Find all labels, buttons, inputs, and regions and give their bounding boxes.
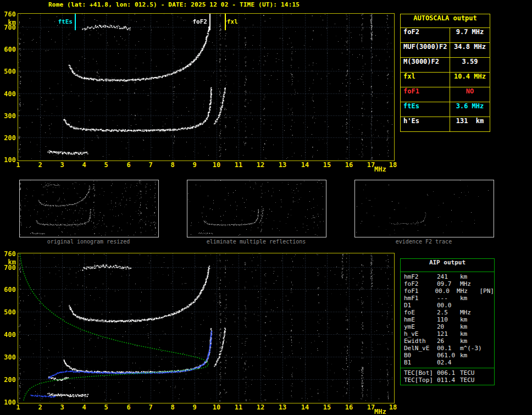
autoscala-row: MUF(3000)F2 34.8 MHz bbox=[401, 43, 490, 58]
aip-row-unit: km bbox=[460, 323, 484, 330]
aip-row-label: D1 bbox=[404, 302, 437, 309]
autoscala-row-label: ftEs bbox=[401, 102, 450, 117]
aip-row: hmF2 241 km bbox=[401, 273, 494, 280]
caption-original-ionogram: original ionogram resized bbox=[19, 239, 158, 245]
y-axis-tick: 400 bbox=[1, 90, 16, 98]
x-axis-tick: 11 bbox=[233, 161, 244, 169]
aip-tec-rows: TEC[Bot] 006.1 TECU TEC[Top] 011.4 TECU bbox=[401, 368, 494, 385]
aip-row: foF1 00.0 MHz [PN] bbox=[401, 287, 494, 295]
aip-row-unit: km bbox=[460, 330, 484, 337]
x-axis-tick: 3 bbox=[57, 403, 68, 411]
x-axis-unit: MHz bbox=[374, 165, 386, 173]
aip-row: Ewidth 26 km bbox=[401, 337, 494, 345]
x-axis-tick: 10 bbox=[211, 403, 222, 411]
aip-row: ymE 20 km bbox=[401, 323, 494, 330]
x-axis-tick: 9 bbox=[189, 161, 200, 169]
autoscala-row: ftEs 3.6 MHz bbox=[401, 102, 490, 117]
aip-row-unit: km bbox=[460, 273, 484, 280]
autoscala-row-value: 3.6 MHz bbox=[450, 102, 490, 117]
panel-original-canvas bbox=[20, 180, 157, 236]
aip-row-label: hmF1 bbox=[404, 295, 437, 302]
aip-row-value: 00.0 bbox=[437, 302, 460, 309]
x-axis-tick: 7 bbox=[145, 161, 156, 169]
aip-row-extra bbox=[484, 330, 494, 337]
x-axis-tick: 12 bbox=[255, 161, 266, 169]
x-axis-tick: 18 bbox=[387, 403, 398, 411]
aip-row: D1 00.0 bbox=[401, 302, 494, 309]
aip-row-extra bbox=[484, 377, 494, 384]
caption-evidence-f2: evidence F2 trace bbox=[354, 239, 493, 245]
aip-row-extra bbox=[484, 323, 494, 330]
panel-eliminate-reflections bbox=[187, 180, 326, 237]
top-ionogram-plot bbox=[18, 13, 395, 161]
aip-output-table: AIP output hmF2 241 km foF2 09.7 MHz foF… bbox=[400, 258, 495, 385]
autoscala-row-label: foF2 bbox=[401, 28, 450, 42]
autoscala-window: Rome (lat: +41.8, lon: 012.5) - DATE: 20… bbox=[0, 0, 532, 415]
aip-row-extra bbox=[484, 359, 494, 366]
autoscala-row: foF1 NO bbox=[401, 87, 490, 102]
aip-row: TEC[Bot] 006.1 TECU bbox=[401, 369, 494, 377]
aip-row-unit bbox=[460, 302, 484, 309]
aip-row-value: 011.4 bbox=[437, 377, 460, 384]
aip-row-value: 09.7 bbox=[437, 280, 460, 287]
panel-eliminate-canvas bbox=[187, 180, 325, 236]
aip-row: B1 02.4 bbox=[401, 359, 494, 366]
panel-evidence-canvas bbox=[355, 180, 492, 236]
autoscala-row: h'Es 131 km bbox=[401, 117, 490, 131]
y-axis-tick: 200 bbox=[1, 376, 16, 384]
y-axis-tick: 760 bbox=[1, 10, 16, 18]
aip-row-extra bbox=[484, 345, 494, 352]
autoscala-row-value: 131 km bbox=[450, 117, 490, 131]
aip-row: foF2 09.7 MHz bbox=[401, 280, 494, 287]
aip-row-label: B1 bbox=[404, 359, 437, 366]
autoscala-row: M(3000)F2 3.59 bbox=[401, 58, 490, 73]
aip-row: hmE 110 km bbox=[401, 316, 494, 323]
aip-row-unit: km bbox=[460, 352, 484, 359]
x-axis-tick: 5 bbox=[101, 161, 112, 169]
aip-row-unit: km bbox=[460, 295, 484, 302]
top-ionogram-canvas bbox=[18, 14, 393, 159]
autoscala-table-title: AUTOSCALA output bbox=[401, 14, 490, 28]
x-axis-tick: 16 bbox=[343, 403, 354, 411]
caption-eliminate-reflections: eliminate multiple reflections bbox=[187, 239, 325, 245]
aip-row: h_vE 121 km bbox=[401, 330, 494, 337]
autoscala-output-table: AUTOSCALA output foF2 9.7 MHz MUF(3000)F… bbox=[400, 14, 490, 132]
aip-row-extra bbox=[484, 280, 494, 287]
aip-row-extra: [PN] bbox=[480, 287, 495, 295]
y-axis-tick: 600 bbox=[1, 46, 16, 53]
autoscala-row: fxl 10.4 MHz bbox=[401, 73, 490, 87]
autoscala-row-label: MUF(3000)F2 bbox=[401, 43, 450, 57]
aip-row-label: ymE bbox=[404, 323, 437, 330]
autoscala-row: foF2 9.7 MHz bbox=[401, 28, 490, 43]
aip-row: TEC[Top] 011.4 TECU bbox=[401, 377, 494, 384]
x-axis-tick: 13 bbox=[277, 161, 288, 169]
x-axis-tick: 2 bbox=[35, 161, 46, 169]
y-axis-tick: 300 bbox=[1, 112, 16, 120]
foF2-marker-line bbox=[209, 14, 210, 30]
x-axis-tick: 8 bbox=[167, 403, 178, 411]
aip-row-label: TEC[Top] bbox=[404, 377, 437, 384]
aip-row-extra bbox=[484, 316, 494, 323]
y-axis-tick: 500 bbox=[1, 68, 16, 75]
x-axis-tick: 11 bbox=[233, 403, 244, 411]
aip-row-unit: MHz bbox=[457, 287, 479, 295]
x-axis-tick: 6 bbox=[123, 403, 134, 411]
fxl-marker-line bbox=[225, 14, 226, 30]
y-axis-tick: 300 bbox=[1, 353, 16, 361]
aip-row-extra bbox=[484, 302, 494, 309]
autoscala-row-value: 34.8 MHz bbox=[450, 43, 490, 57]
aip-row-label: h_vE bbox=[404, 330, 437, 337]
aip-row-extra bbox=[484, 369, 494, 377]
ftEs-marker-label: ftEs bbox=[55, 18, 73, 25]
aip-row-unit: m^(-3) bbox=[460, 345, 484, 352]
x-axis-tick: 16 bbox=[343, 161, 354, 169]
autoscala-row-label: M(3000)F2 bbox=[401, 58, 450, 72]
y-axis-tick: 400 bbox=[1, 331, 16, 339]
aip-row-label: foF1 bbox=[404, 287, 435, 295]
y-axis-tick: 200 bbox=[1, 134, 16, 142]
y-axis-unit: km bbox=[1, 19, 16, 26]
autoscala-row-value: NO bbox=[450, 87, 490, 102]
x-axis-tick: 6 bbox=[123, 161, 134, 169]
x-axis-unit: MHz bbox=[374, 408, 386, 415]
aip-row-label: Ewidth bbox=[404, 337, 437, 345]
